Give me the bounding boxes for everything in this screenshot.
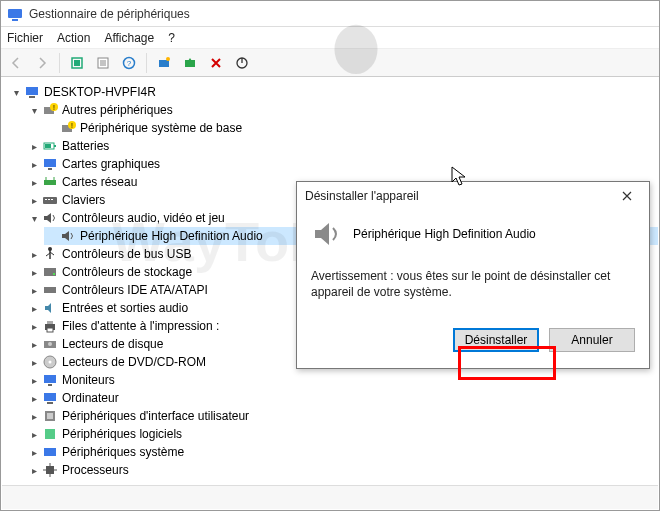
tree-display[interactable]: ▸Cartes graphiques bbox=[26, 155, 658, 173]
collapse-icon[interactable]: ▸ bbox=[28, 140, 40, 152]
cpu-icon bbox=[42, 462, 58, 478]
battery-icon bbox=[42, 138, 58, 154]
warning-device-icon: ! bbox=[60, 120, 76, 136]
cancel-button[interactable]: Annuler bbox=[549, 328, 635, 352]
tree-software[interactable]: ▸Périphériques logiciels bbox=[26, 425, 658, 443]
svg-rect-57 bbox=[46, 466, 54, 474]
svg-rect-54 bbox=[47, 413, 53, 419]
collapse-icon[interactable]: ▸ bbox=[28, 158, 40, 170]
svg-rect-55 bbox=[45, 429, 55, 439]
collapse-icon[interactable]: ▸ bbox=[28, 284, 40, 296]
collapse-icon[interactable]: ▸ bbox=[28, 374, 40, 386]
computer-icon bbox=[24, 84, 40, 100]
svg-rect-52 bbox=[47, 402, 53, 404]
svg-rect-1 bbox=[8, 9, 22, 18]
tree-batteries[interactable]: ▸Batteries bbox=[26, 137, 658, 155]
svg-rect-51 bbox=[44, 393, 56, 401]
update-driver-button[interactable] bbox=[179, 52, 201, 74]
uninstall-dialog: Désinstaller l'appareil Périphérique Hig… bbox=[296, 181, 650, 369]
show-hidden-button[interactable] bbox=[66, 52, 88, 74]
svg-rect-49 bbox=[44, 375, 56, 383]
collapse-icon[interactable]: ▸ bbox=[28, 266, 40, 278]
collapse-icon[interactable]: ▸ bbox=[28, 428, 40, 440]
tree-hid[interactable]: ▸Périphériques d'interface utilisateur bbox=[26, 407, 658, 425]
keyboard-icon bbox=[42, 192, 58, 208]
tree-system[interactable]: ▸Périphériques système bbox=[26, 443, 658, 461]
dialog-device-name: Périphérique High Definition Audio bbox=[353, 227, 536, 241]
svg-rect-27 bbox=[48, 168, 52, 170]
svg-rect-16 bbox=[29, 96, 35, 98]
svg-rect-31 bbox=[43, 197, 57, 204]
menu-help[interactable]: ? bbox=[168, 31, 175, 45]
expand-icon[interactable]: ▾ bbox=[28, 104, 40, 116]
svg-rect-24 bbox=[54, 145, 56, 147]
tree-computer[interactable]: ▸Ordinateur bbox=[26, 389, 658, 407]
disk-icon bbox=[42, 336, 58, 352]
collapse-icon[interactable]: ▸ bbox=[28, 356, 40, 368]
speaker-icon bbox=[311, 218, 343, 250]
svg-point-46 bbox=[48, 342, 52, 346]
printer-icon bbox=[42, 318, 58, 334]
svg-rect-34 bbox=[51, 199, 53, 200]
svg-rect-28 bbox=[44, 180, 56, 185]
expand-icon[interactable]: ▾ bbox=[10, 86, 22, 98]
expand-icon[interactable]: ▾ bbox=[28, 212, 40, 224]
uninstall-button[interactable] bbox=[205, 52, 227, 74]
svg-text:!: ! bbox=[53, 104, 55, 111]
mouse-icon bbox=[42, 480, 58, 482]
dialog-close-button[interactable] bbox=[613, 186, 641, 206]
titlebar: Gestionnaire de périphériques bbox=[1, 1, 659, 27]
computer-icon bbox=[42, 390, 58, 406]
collapse-icon[interactable]: ▸ bbox=[28, 194, 40, 206]
speaker-icon bbox=[42, 210, 58, 226]
toolbar-divider bbox=[59, 53, 60, 73]
tree-root[interactable]: ▾ DESKTOP-HVPFI4R bbox=[8, 83, 658, 101]
status-bar bbox=[2, 485, 658, 509]
collapse-icon[interactable]: ▸ bbox=[28, 248, 40, 260]
collapse-icon[interactable]: ▸ bbox=[28, 302, 40, 314]
uninstall-confirm-button[interactable]: Désinstaller bbox=[453, 328, 539, 352]
svg-point-12 bbox=[166, 57, 170, 61]
tree-cpus[interactable]: ▸Processeurs bbox=[26, 461, 658, 479]
svg-text:!: ! bbox=[71, 122, 73, 129]
tree-base-device[interactable]: ! Périphérique système de base bbox=[44, 119, 658, 137]
toolbar-divider bbox=[146, 53, 147, 73]
window-title: Gestionnaire de périphériques bbox=[29, 7, 190, 21]
tree-other-devices[interactable]: ▾ ! Autres périphériques bbox=[26, 101, 658, 119]
tree-monitors[interactable]: ▸Moniteurs bbox=[26, 371, 658, 389]
device-manager-window: Gestionnaire de périphériques Fichier Ac… bbox=[0, 0, 660, 511]
menu-file[interactable]: Fichier bbox=[7, 31, 43, 45]
collapse-icon[interactable]: ▸ bbox=[28, 320, 40, 332]
collapse-icon[interactable]: ▸ bbox=[28, 338, 40, 350]
usb-icon bbox=[42, 246, 58, 262]
svg-rect-50 bbox=[48, 384, 52, 386]
menu-action[interactable]: Action bbox=[57, 31, 90, 45]
svg-point-40 bbox=[53, 273, 55, 275]
disable-button[interactable] bbox=[231, 52, 253, 74]
svg-rect-2 bbox=[12, 19, 18, 21]
system-icon bbox=[42, 444, 58, 460]
collapse-icon[interactable]: ▸ bbox=[28, 464, 40, 476]
collapse-icon[interactable]: ▸ bbox=[28, 176, 40, 188]
properties-button[interactable] bbox=[92, 52, 114, 74]
scan-hardware-button[interactable] bbox=[153, 52, 175, 74]
svg-rect-56 bbox=[44, 448, 56, 456]
help-button[interactable]: ? bbox=[118, 52, 140, 74]
display-icon bbox=[42, 156, 58, 172]
tree-mice[interactable]: ▸Souris et autres périphériques de point… bbox=[26, 479, 658, 482]
svg-rect-44 bbox=[47, 328, 53, 332]
dialog-title: Désinstaller l'appareil bbox=[305, 189, 419, 203]
back-button[interactable] bbox=[5, 52, 27, 74]
collapse-icon[interactable]: ▸ bbox=[28, 446, 40, 458]
monitor-icon bbox=[42, 372, 58, 388]
svg-text:?: ? bbox=[127, 59, 132, 68]
svg-rect-26 bbox=[44, 159, 56, 167]
collapse-icon[interactable]: ▸ bbox=[28, 410, 40, 422]
svg-rect-4 bbox=[74, 60, 80, 66]
speaker-icon bbox=[60, 228, 76, 244]
collapse-icon[interactable]: ▸ bbox=[28, 392, 40, 404]
dvd-icon bbox=[42, 354, 58, 370]
menu-view[interactable]: Affichage bbox=[104, 31, 154, 45]
forward-button[interactable] bbox=[31, 52, 53, 74]
hid-icon bbox=[42, 408, 58, 424]
